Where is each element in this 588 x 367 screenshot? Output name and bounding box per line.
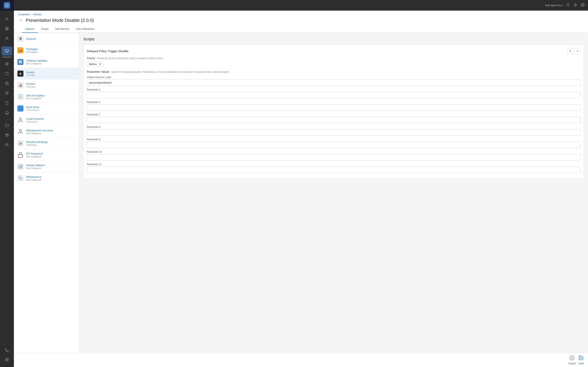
general-text: General <box>26 37 35 40</box>
nav-location[interactable] <box>2 89 12 98</box>
breadcrumb-computers[interactable]: Computers <box>18 13 30 16</box>
nav-dashboard[interactable] <box>2 24 12 33</box>
local-accounts-subtitle: 0 Accounts <box>26 120 44 123</box>
tab-user-interaction[interactable]: User Interaction <box>72 25 98 33</box>
user-icon[interactable] <box>566 3 570 8</box>
svg-rect-27 <box>18 155 23 158</box>
sidebar-item-printers[interactable]: 🖨 Printers 0 Printers <box>14 80 79 91</box>
param-input-7[interactable] <box>87 167 580 173</box>
sidebar-item-disk-encryption[interactable]: 💿 Disk Encryption Not Configured <box>14 91 79 103</box>
priority-section: Priority Priority to use for running the… <box>87 57 580 67</box>
sidebar-item-packages[interactable]: 📦 Packages 0 Packages <box>14 45 79 56</box>
priority-select-wrapper: Before After <box>87 61 580 67</box>
sidebar-item-scripts[interactable]: ● Scripts 3 Scripts › <box>14 68 79 80</box>
top-header: Full Jamf Pro ▾ <box>14 0 588 11</box>
param-label-5: Parameter 9 <box>87 138 580 141</box>
param-input-1[interactable] <box>87 92 580 98</box>
sidebar-item-management-accounts[interactable]: Management Accounts Not Configured <box>14 126 79 138</box>
priority-select[interactable]: Before After <box>87 61 103 67</box>
svg-rect-16 <box>6 101 8 105</box>
nav-policies[interactable] <box>2 79 12 88</box>
maintenance-title: Maintenance <box>26 175 41 178</box>
management-accounts-icon <box>17 128 24 135</box>
card-actions: × + <box>567 48 580 54</box>
param-input-4[interactable] <box>87 129 580 136</box>
param-group-1: Parameter 5 <box>87 88 580 98</box>
save-button[interactable]: Save <box>579 355 584 365</box>
param-group-5: Parameter 9 <box>87 138 580 148</box>
nav-ebooks[interactable] <box>2 108 12 117</box>
param-input-3[interactable] <box>87 117 580 123</box>
scripts-chevron: › <box>75 72 76 75</box>
svg-rect-6 <box>7 29 8 30</box>
save-label: Save <box>579 362 584 365</box>
printers-subtitle: 0 Printers <box>26 86 36 88</box>
nav-packages2[interactable] <box>2 131 12 140</box>
tab-scope[interactable]: Scope <box>38 25 52 33</box>
nav-users[interactable] <box>2 34 12 43</box>
printers-text: Printers 0 Printers <box>26 82 36 88</box>
param-label-4: Parameter 8 <box>87 125 580 128</box>
param-values-header: Parameter Values Values for script param… <box>87 70 580 73</box>
dock-items-text: Dock Items 0 Dock Items <box>26 106 39 111</box>
general-icon: ⚙ <box>17 35 24 42</box>
nav-devices[interactable] <box>2 99 12 108</box>
param-values-title: Parameter Values <box>87 70 109 73</box>
priority-label: Priority <box>87 57 95 60</box>
maintenance-text: Maintenance Not Configured <box>26 175 41 181</box>
param-input-2[interactable] <box>87 104 580 111</box>
param-group-6: Parameter 10 <box>87 150 580 160</box>
sidebar-item-directory-bindings[interactable]: 🗂 Directory Bindings 0 Bindings <box>14 138 79 149</box>
scripts-heading: Scripts <box>83 37 584 42</box>
back-button[interactable] <box>18 17 24 23</box>
nav-settings[interactable] <box>2 355 12 364</box>
nav-divider-1 <box>3 13 11 13</box>
directory-bindings-text: Directory Bindings 0 Bindings <box>26 141 48 146</box>
cancel-icon <box>570 355 575 362</box>
svg-rect-3 <box>6 27 7 28</box>
sidebar-item-restart-options[interactable]: 🔃 Restart Options Not Configured <box>14 161 79 173</box>
add-script-button[interactable]: + <box>575 48 580 54</box>
param-input-6[interactable] <box>87 154 580 160</box>
packages-icon: 📦 <box>17 47 24 54</box>
sidebar-item-dock-items[interactable]: 🔷 Dock Items 0 Dock Items <box>14 103 79 114</box>
sidebar-item-general[interactable]: ⚙ General <box>14 33 79 45</box>
nav-groups[interactable] <box>2 140 12 149</box>
nav-messages[interactable] <box>2 346 12 355</box>
cancel-button[interactable]: Cancel <box>568 355 576 365</box>
tab-options[interactable]: Options <box>22 25 38 33</box>
restart-options-title: Restart Options <box>26 164 44 167</box>
dock-items-icon: 🔷 <box>17 105 24 112</box>
sidebar-item-efi-password[interactable]: EFI Password Not Configured <box>14 149 79 161</box>
software-updates-text: Software Updates Not Configured <box>26 59 47 65</box>
disk-encryption-text: Disk Encryption Not Configured <box>26 94 44 100</box>
printers-icon: 🖨 <box>17 82 24 89</box>
sidebar-item-local-accounts[interactable]: Local Accounts 0 Accounts <box>14 114 79 126</box>
sidebar-item-maintenance[interactable]: 🔧 Maintenance Not Configured <box>14 173 79 184</box>
main-content: Scripts Delayed Policy Trigger Disable ×… <box>79 33 588 353</box>
lightning-icon[interactable] <box>573 3 577 8</box>
param-input-0[interactable] <box>87 80 580 86</box>
general-title: General <box>26 37 35 40</box>
sidebar-item-software-updates[interactable]: 🔄 Software Updates Not Configured <box>14 56 79 68</box>
param-label-3: Parameter 7 <box>87 113 580 116</box>
nav-search[interactable] <box>2 15 12 24</box>
param-group-0: Unique Daemon Label <box>87 76 580 86</box>
nav-divider-3 <box>3 119 11 119</box>
directory-bindings-icon: 🗂 <box>17 140 24 147</box>
close-script-button[interactable]: × <box>567 48 573 54</box>
sidebar: ⚙ General 📦 Packages 0 Packages <box>14 33 79 353</box>
page-header: Computers : Policies Presentation Mode D… <box>14 11 588 33</box>
nav-config-profiles[interactable] <box>2 59 12 68</box>
param-input-5[interactable] <box>87 142 580 148</box>
nav-computers[interactable] <box>2 47 12 55</box>
tab-self-service[interactable]: Self Service <box>52 25 72 33</box>
settings-icon[interactable] <box>581 3 585 8</box>
restart-options-text: Restart Options Not Configured <box>26 164 44 169</box>
nav-files[interactable] <box>2 121 12 130</box>
maintenance-icon: 🔧 <box>17 175 24 182</box>
breadcrumb-policies[interactable]: Policies <box>33 13 42 16</box>
nav-security[interactable] <box>2 69 12 78</box>
chevron-down-icon: ▾ <box>562 4 563 7</box>
restart-options-subtitle: Not Configured <box>26 167 44 169</box>
